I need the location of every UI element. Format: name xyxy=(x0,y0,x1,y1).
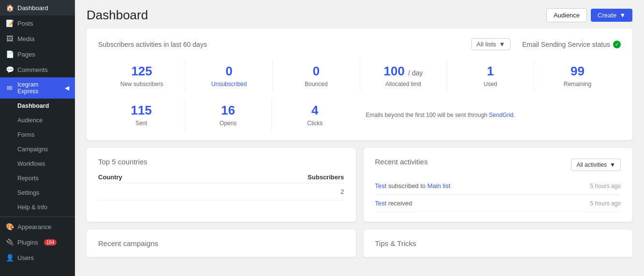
sidebar-sub-settings[interactable]: Settings xyxy=(0,186,75,200)
activity-link-test-2[interactable]: Test xyxy=(375,200,387,207)
all-lists-select[interactable]: All lists ▼ xyxy=(471,38,511,50)
page-title: Dashboard xyxy=(87,8,148,23)
status-indicator: ✓ xyxy=(613,41,621,48)
new-subscribers-value: 125 xyxy=(100,64,183,79)
activities-filter-dropdown[interactable]: All activities ▼ xyxy=(571,159,621,171)
recent-activities-header: Recent activities All activities ▼ xyxy=(375,158,621,172)
sidebar-sub-workflows[interactable]: Workflows xyxy=(0,157,75,171)
countries-table-header: Country Subscribers xyxy=(98,172,344,183)
unsubscribed-label: Unsubscribed xyxy=(188,81,270,87)
bounced-label: Bounced xyxy=(275,81,357,87)
allocated-label: Allocated limit xyxy=(362,81,445,87)
page-content: Subscribers activities in last 60 days A… xyxy=(75,29,644,276)
top-countries-card: Top 5 countries Country Subscribers 2 xyxy=(87,148,356,222)
sidebar-item-comments[interactable]: 💬 Comments xyxy=(0,62,75,77)
two-col-row: Top 5 countries Country Subscribers 2 Re… xyxy=(87,148,632,230)
stat-used: 1 Used xyxy=(447,60,534,91)
new-subscribers-label: New subscribers xyxy=(100,81,183,87)
recent-activities-title: Recent activities xyxy=(375,158,428,166)
stat-new-subscribers: 125 New subscribers xyxy=(98,60,185,91)
opens-value: 16 xyxy=(187,103,270,118)
comments-icon: 💬 xyxy=(6,66,14,73)
posts-icon: 📝 xyxy=(6,19,14,27)
used-value: 1 xyxy=(449,64,532,79)
sent-label: Sent xyxy=(100,120,183,127)
sidebar-sub-help[interactable]: Help & Info xyxy=(0,200,75,215)
users-icon: 👤 xyxy=(6,254,14,261)
stat-bounced: 0 Bounced xyxy=(272,60,359,91)
activity-row-1: Test subscribed to Main list 5 hours ago xyxy=(375,177,621,195)
remaining-label: Remaining xyxy=(536,81,619,87)
recent-campaigns-title: Recent campaigns xyxy=(98,239,344,247)
main-content: Dashboard Audience Create ▼ Subscribers … xyxy=(75,0,644,276)
sidebar-item-plugins[interactable]: 🔌 Plugins 164 xyxy=(0,234,75,250)
unsubscribed-value: 0 xyxy=(188,64,270,79)
pages-icon: 📄 xyxy=(6,50,14,58)
recent-activities-card: Recent activities All activities ▼ Test … xyxy=(364,148,633,222)
activity-link-test-1[interactable]: Test xyxy=(375,182,387,189)
stat-sent: 115 Sent xyxy=(98,99,185,131)
create-chevron-icon: ▼ xyxy=(619,12,626,19)
top-countries-title: Top 5 countries xyxy=(98,158,344,166)
sidebar-item-posts[interactable]: 📝 Posts xyxy=(0,15,75,31)
allocated-value: 100 / day xyxy=(362,64,445,79)
table-row: 2 xyxy=(98,183,344,201)
sidebar-sub-campaigns[interactable]: Campaigns xyxy=(0,142,75,157)
sent-value: 115 xyxy=(100,103,183,118)
sendgrid-note-area: Emails beyond the first 100 will be sent… xyxy=(358,112,621,118)
tips-card: Tips & Tricks xyxy=(364,230,633,257)
sidebar-item-icegram[interactable]: ✉ Icegram Express ◀ xyxy=(0,77,75,99)
stat-opens: 16 Opens xyxy=(185,99,272,131)
plugins-icon: 🔌 xyxy=(6,238,14,246)
activity-row-2: Test received 5 hours ago xyxy=(375,195,621,212)
sidebar-sub-audience[interactable]: Audience xyxy=(0,113,75,128)
stat-allocated: 100 / day Allocated limit xyxy=(360,60,447,91)
dashboard-icon: 🏠 xyxy=(6,4,14,12)
recent-campaigns-card: Recent campaigns xyxy=(87,230,356,257)
activity-time-1: 5 hours ago xyxy=(590,183,621,189)
sidebar-sub-forms[interactable]: Forms xyxy=(0,128,75,142)
sidebar-item-appearance[interactable]: 🎨 Appearance xyxy=(0,219,75,234)
stat-remaining: 99 Remaining xyxy=(534,60,621,91)
email-status-label: Email Sending Service status ✓ xyxy=(522,41,621,48)
select-chevron-icon: ▼ xyxy=(499,41,505,48)
activities-card: Subscribers activities in last 60 days A… xyxy=(87,29,632,140)
tips-title: Tips & Tricks xyxy=(375,239,621,247)
filter-chevron-icon: ▼ xyxy=(610,161,615,168)
icegram-icon: ✉ xyxy=(6,84,14,92)
stats-row-1: 125 New subscribers 0 Unsubscribed 0 Bou… xyxy=(98,60,621,91)
sidebar-item-media[interactable]: 🖼 Media xyxy=(0,31,75,46)
sidebar: 🏠 Dashboard 📝 Posts 🖼 Media 📄 Pages 💬 Co… xyxy=(0,0,75,276)
icegram-arrow: ◀ xyxy=(65,85,69,91)
plugins-badge: 164 xyxy=(44,239,57,246)
activities-right: All lists ▼ Email Sending Service status… xyxy=(471,38,621,50)
clicks-value: 4 xyxy=(274,103,356,118)
page-header: Dashboard Audience Create ▼ xyxy=(75,0,644,29)
bounced-value: 0 xyxy=(275,64,357,79)
remaining-value: 99 xyxy=(536,64,619,79)
sidebar-sub-reports[interactable]: Reports xyxy=(0,171,75,186)
sidebar-item-users[interactable]: 👤 Users xyxy=(0,250,75,265)
used-label: Used xyxy=(449,81,532,87)
sidebar-item-dashboard[interactable]: 🏠 Dashboard xyxy=(0,0,75,15)
opens-label: Opens xyxy=(187,120,270,127)
stat-unsubscribed: 0 Unsubscribed xyxy=(185,60,272,91)
clicks-label: Clicks xyxy=(274,120,356,127)
sidebar-sub-dashboard[interactable]: Dashboard xyxy=(0,99,75,113)
activity-link-main-list[interactable]: Main list xyxy=(427,182,451,189)
appearance-icon: 🎨 xyxy=(6,223,14,231)
stats-row-2: 115 Sent 16 Opens 4 Clicks Emails beyond… xyxy=(98,99,621,131)
activity-time-2: 5 hours ago xyxy=(590,200,621,207)
create-button[interactable]: Create ▼ xyxy=(591,9,632,22)
sendgrid-link[interactable]: SendGrid. xyxy=(489,112,515,118)
stat-clicks: 4 Clicks xyxy=(271,99,358,131)
activities-header: Subscribers activities in last 60 days A… xyxy=(98,38,621,50)
audience-button[interactable]: Audience xyxy=(546,8,587,22)
media-icon: 🖼 xyxy=(6,35,14,43)
header-actions: Audience Create ▼ xyxy=(546,8,632,22)
bottom-cards: Recent campaigns Tips & Tricks xyxy=(87,230,632,265)
sidebar-item-pages[interactable]: 📄 Pages xyxy=(0,46,75,62)
activities-title: Subscribers activities in last 60 days xyxy=(98,41,207,48)
